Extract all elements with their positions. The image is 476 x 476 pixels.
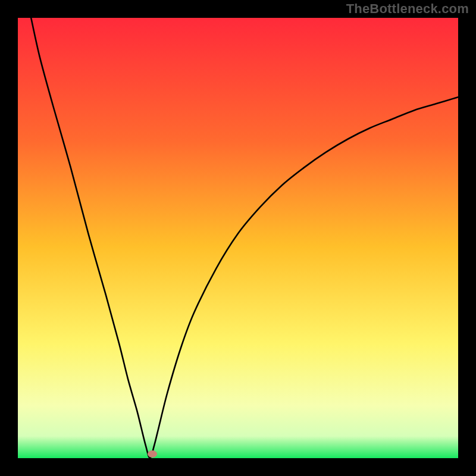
chart-frame: TheBottleneck.com <box>0 0 476 476</box>
plot-area <box>18 18 458 458</box>
watermark-text: TheBottleneck.com <box>346 1 469 17</box>
bottleneck-curve <box>31 18 458 458</box>
curve-layer <box>18 18 458 458</box>
